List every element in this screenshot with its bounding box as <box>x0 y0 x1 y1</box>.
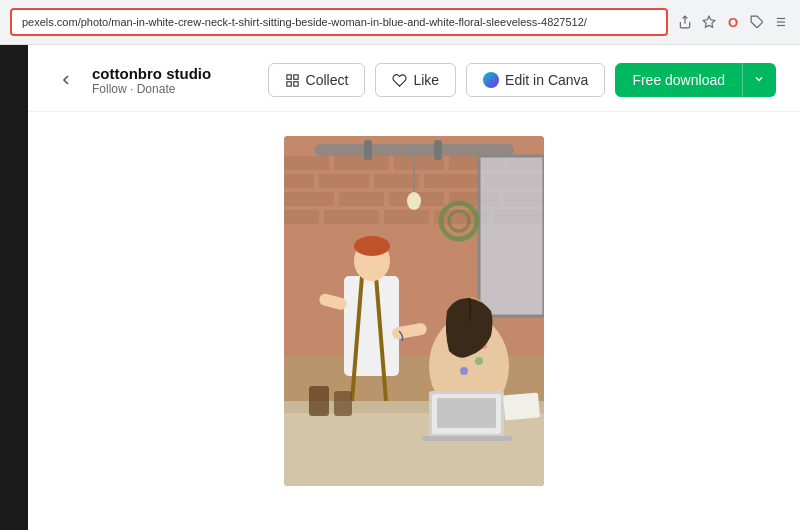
svg-rect-13 <box>334 156 389 170</box>
svg-rect-9 <box>286 81 290 85</box>
browser-icons: O <box>676 13 790 31</box>
back-arrow-button[interactable] <box>52 66 80 94</box>
action-buttons: Collect Like Edit in Canva Free download <box>268 63 776 97</box>
address-bar[interactable]: pexels.com/photo/man-in-white-crew-neck-… <box>10 8 668 36</box>
photo-container <box>284 136 544 486</box>
svg-rect-28 <box>324 210 379 224</box>
author-name[interactable]: cottonbro studio <box>92 65 211 82</box>
svg-marker-1 <box>703 16 715 27</box>
download-button[interactable]: Free download <box>615 63 742 97</box>
collect-label: Collect <box>306 72 349 88</box>
menu-icon[interactable] <box>772 13 790 31</box>
svg-point-47 <box>354 236 390 256</box>
photo-image <box>284 136 544 486</box>
star-icon[interactable] <box>700 13 718 31</box>
download-group: Free download <box>615 63 776 97</box>
browser-chrome: pexels.com/photo/man-in-white-crew-neck-… <box>0 0 800 45</box>
svg-rect-23 <box>339 192 384 206</box>
donate-link[interactable]: Donate <box>137 82 176 96</box>
svg-rect-7 <box>293 74 297 78</box>
svg-point-52 <box>475 357 483 365</box>
author-meta: Follow · Donate <box>92 82 211 96</box>
like-button[interactable]: Like <box>375 63 456 97</box>
svg-rect-18 <box>319 174 369 188</box>
svg-rect-29 <box>384 210 429 224</box>
svg-rect-61 <box>309 386 329 416</box>
svg-point-38 <box>407 192 421 210</box>
url-text: pexels.com/photo/man-in-white-crew-neck-… <box>22 16 587 28</box>
svg-rect-43 <box>344 276 399 376</box>
extensions-icon[interactable] <box>748 13 766 31</box>
page-header: cottonbro studio Follow · Donate <box>28 45 800 112</box>
svg-rect-19 <box>374 174 419 188</box>
canva-label: Edit in Canva <box>505 72 588 88</box>
like-label: Like <box>413 72 439 88</box>
author-info: cottonbro studio Follow · Donate <box>92 65 211 96</box>
svg-rect-8 <box>293 81 297 85</box>
svg-rect-59 <box>437 398 496 428</box>
opera-icon[interactable]: O <box>724 13 742 31</box>
svg-rect-58 <box>422 436 512 441</box>
author-section: cottonbro studio Follow · Donate <box>52 65 211 96</box>
svg-rect-27 <box>284 210 319 224</box>
follow-link[interactable]: Follow <box>92 82 127 96</box>
canva-icon <box>483 72 499 88</box>
canva-button[interactable]: Edit in Canva <box>466 63 605 97</box>
svg-rect-22 <box>284 192 334 206</box>
svg-rect-20 <box>424 174 479 188</box>
svg-rect-62 <box>334 391 352 416</box>
svg-rect-35 <box>479 156 544 316</box>
svg-rect-33 <box>364 140 372 160</box>
svg-rect-17 <box>284 174 314 188</box>
svg-rect-60 <box>503 392 540 420</box>
download-label: Free download <box>632 72 725 88</box>
main-layout: cottonbro studio Follow · Donate <box>0 45 800 530</box>
left-sidebar <box>0 45 28 530</box>
collect-button[interactable]: Collect <box>268 63 366 97</box>
svg-rect-12 <box>284 156 329 170</box>
meta-separator: · <box>130 82 137 96</box>
content-area: cottonbro studio Follow · Donate <box>28 45 800 530</box>
photo-area <box>28 112 800 510</box>
svg-rect-6 <box>286 74 290 78</box>
svg-point-53 <box>460 367 468 375</box>
share-icon[interactable] <box>676 13 694 31</box>
download-arrow-button[interactable] <box>742 63 776 97</box>
svg-rect-34 <box>434 140 442 160</box>
